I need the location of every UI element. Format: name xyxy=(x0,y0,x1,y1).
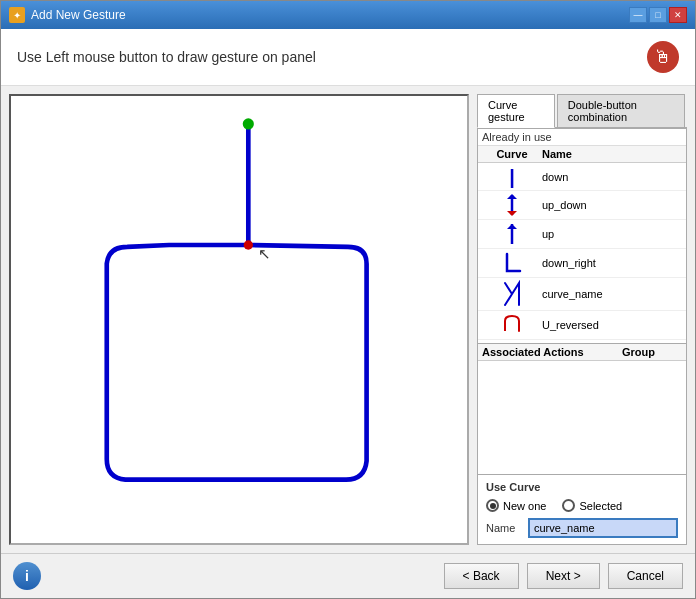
already-in-use-title: Already in use xyxy=(478,129,686,146)
assoc-body xyxy=(478,361,686,474)
gesture-name: down xyxy=(542,171,682,183)
table-row[interactable]: | down xyxy=(478,163,686,191)
maximize-button[interactable]: □ xyxy=(649,7,667,23)
back-button[interactable]: < Back xyxy=(444,563,519,589)
selected-option[interactable]: Selected xyxy=(562,499,622,512)
info-button[interactable]: i xyxy=(13,562,41,590)
table-row[interactable]: up xyxy=(478,220,686,249)
right-panel: Curve gesture Double-button combination … xyxy=(477,94,687,545)
assoc-header: Associated Actions Group xyxy=(478,344,686,361)
gesture-name: up xyxy=(542,228,682,240)
selected-radio[interactable] xyxy=(562,499,575,512)
assoc-col-actions: Associated Actions xyxy=(482,346,622,358)
associated-actions-panel: Associated Actions Group xyxy=(477,344,687,475)
gesture-name: up_down xyxy=(542,199,682,211)
new-one-label: New one xyxy=(503,500,546,512)
header-app-icon: 🖱 xyxy=(647,41,679,73)
assoc-col-group: Group xyxy=(622,346,682,358)
svg-marker-5 xyxy=(507,211,517,216)
table-row[interactable]: up_down xyxy=(478,191,686,220)
header: Use Left mouse button to draw gesture on… xyxy=(1,29,695,86)
instruction-text: Use Left mouse button to draw gesture on… xyxy=(17,49,316,65)
svg-point-1 xyxy=(244,240,253,249)
footer: i < Back Next > Cancel xyxy=(1,553,695,598)
curve-symbol xyxy=(482,313,542,337)
col-header-name: Name xyxy=(542,148,682,160)
svg-point-0 xyxy=(243,118,254,129)
name-field-label: Name xyxy=(486,522,520,534)
tab-double-button[interactable]: Double-button combination xyxy=(557,94,685,127)
svg-text:↖: ↖ xyxy=(258,246,271,262)
next-button[interactable]: Next > xyxy=(527,563,600,589)
table-row[interactable]: U_reversed xyxy=(478,311,686,340)
use-curve-title: Use Curve xyxy=(486,481,678,493)
table-header: Curve Name xyxy=(478,146,686,163)
radio-row: New one Selected xyxy=(486,499,678,512)
gesture-name: U_reversed xyxy=(542,319,682,331)
svg-marker-4 xyxy=(507,194,517,199)
use-curve-panel: Use Curve New one Selected Name xyxy=(477,475,687,545)
window-controls: — □ ✕ xyxy=(629,7,687,23)
already-in-use-panel: Already in use Curve Name | down up_down xyxy=(477,128,687,344)
window: ✦ Add New Gesture — □ ✕ Use Left mouse b… xyxy=(0,0,696,599)
cancel-button[interactable]: Cancel xyxy=(608,563,683,589)
main-content: ↖ Curve gesture Double-button combinatio… xyxy=(1,86,695,553)
window-title: Add New Gesture xyxy=(31,8,629,22)
name-input[interactable] xyxy=(528,518,678,538)
table-row[interactable]: down_right xyxy=(478,249,686,278)
selected-label: Selected xyxy=(579,500,622,512)
col-header-curve: Curve xyxy=(482,148,542,160)
minimize-button[interactable]: — xyxy=(629,7,647,23)
new-one-option[interactable]: New one xyxy=(486,499,546,512)
table-row[interactable]: O xyxy=(478,340,686,343)
app-icon: ✦ xyxy=(9,7,25,23)
new-one-radio[interactable] xyxy=(486,499,499,512)
close-button[interactable]: ✕ xyxy=(669,7,687,23)
curve-symbol xyxy=(482,251,542,275)
name-row: Name xyxy=(486,518,678,538)
curve-symbol xyxy=(482,342,542,343)
gesture-name: down_right xyxy=(542,257,682,269)
gesture-table[interactable]: | down up_down up xyxy=(478,163,686,343)
gesture-name: curve_name xyxy=(542,288,682,300)
curve-symbol: | xyxy=(482,167,542,187)
title-bar: ✦ Add New Gesture — □ ✕ xyxy=(1,1,695,29)
tab-bar: Curve gesture Double-button combination xyxy=(477,94,687,128)
tab-curve-gesture[interactable]: Curve gesture xyxy=(477,94,555,128)
curve-symbol xyxy=(482,193,542,217)
table-row[interactable]: curve_name xyxy=(478,278,686,311)
curve-symbol xyxy=(482,222,542,246)
gesture-canvas[interactable]: ↖ xyxy=(11,96,467,543)
draw-panel[interactable]: ↖ xyxy=(9,94,469,545)
curve-symbol xyxy=(482,280,542,308)
svg-marker-7 xyxy=(507,224,517,229)
